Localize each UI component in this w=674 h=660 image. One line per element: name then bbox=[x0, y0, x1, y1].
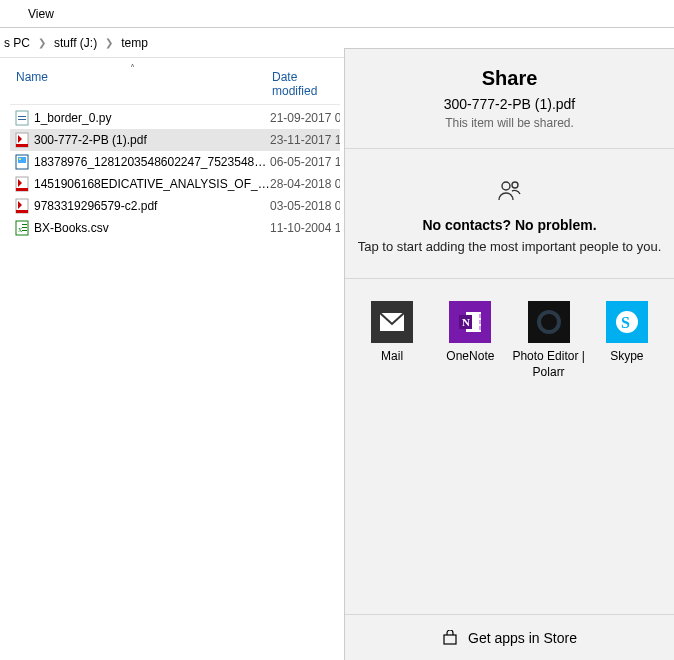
breadcrumb-item[interactable]: stuff (J:) bbox=[50, 36, 101, 50]
file-row[interactable]: 300-777-2-PB (1).pdf23-11-2017 11 bbox=[10, 129, 340, 151]
svg-rect-9 bbox=[16, 188, 28, 191]
mail-icon bbox=[371, 301, 413, 343]
share-filename: 300-777-2-PB (1).pdf bbox=[345, 96, 674, 112]
app-label: OneNote bbox=[433, 349, 507, 365]
file-row[interactable]: 1451906168EDICATIVE_ANALYSIS_OF_DIA...28… bbox=[10, 173, 340, 195]
ribbon: View bbox=[0, 0, 674, 28]
app-label: Mail bbox=[355, 349, 429, 365]
file-type-icon bbox=[14, 198, 30, 214]
svg-text:N: N bbox=[462, 316, 470, 328]
svg-rect-0 bbox=[16, 111, 28, 125]
breadcrumb-item[interactable]: temp bbox=[117, 36, 152, 50]
file-type-icon bbox=[14, 154, 30, 170]
file-name: 9783319296579-c2.pdf bbox=[34, 199, 270, 213]
file-type-icon: X bbox=[14, 220, 30, 236]
share-header: Share 300-777-2-PB (1).pdf This item wil… bbox=[345, 49, 674, 149]
chevron-right-icon: ❯ bbox=[34, 37, 50, 48]
file-date: 03-05-2018 02 bbox=[270, 199, 340, 213]
file-row[interactable]: 18378976_1281203548602247_75235487_o...0… bbox=[10, 151, 340, 173]
file-name: BX-Books.csv bbox=[34, 221, 270, 235]
file-date: 06-05-2017 11 bbox=[270, 155, 340, 169]
contacts-heading: No contacts? No problem. bbox=[355, 217, 664, 233]
share-apps: MailNOneNotePhoto Editor | PolarrSSkype bbox=[345, 279, 674, 402]
svg-rect-14 bbox=[22, 224, 27, 225]
svg-rect-29 bbox=[444, 635, 456, 644]
get-apps-link[interactable]: Get apps in Store bbox=[345, 614, 674, 660]
file-type-icon bbox=[14, 132, 30, 148]
svg-point-17 bbox=[502, 182, 510, 190]
file-list: ˄ Name Date modified 1_border_0.py21-09-… bbox=[0, 58, 340, 239]
file-type-icon bbox=[14, 110, 30, 126]
file-type-icon bbox=[14, 176, 30, 192]
file-name: 300-777-2-PB (1).pdf bbox=[34, 133, 270, 147]
people-icon bbox=[497, 179, 523, 207]
app-label: Photo Editor | Polarr bbox=[512, 349, 586, 380]
svg-rect-25 bbox=[479, 326, 481, 330]
svg-point-7 bbox=[19, 158, 21, 160]
column-header-name[interactable]: Name bbox=[10, 70, 266, 98]
share-panel: Share 300-777-2-PB (1).pdf This item wil… bbox=[344, 48, 674, 660]
svg-rect-11 bbox=[16, 210, 28, 213]
onenote-icon: N bbox=[449, 301, 491, 343]
list-header[interactable]: ˄ Name Date modified bbox=[10, 64, 340, 105]
contacts-subtext: Tap to start adding the most important p… bbox=[355, 239, 664, 254]
share-app-mail[interactable]: Mail bbox=[355, 301, 429, 380]
store-icon bbox=[442, 630, 458, 646]
file-row[interactable]: XBX-Books.csv11-10-2004 16 bbox=[10, 217, 340, 239]
file-date: 21-09-2017 02 bbox=[270, 111, 340, 125]
share-note: This item will be shared. bbox=[345, 116, 674, 130]
contacts-section[interactable]: No contacts? No problem. Tap to start ad… bbox=[345, 149, 674, 279]
skype-icon: S bbox=[606, 301, 648, 343]
file-name: 1451906168EDICATIVE_ANALYSIS_OF_DIA... bbox=[34, 177, 270, 191]
sort-indicator-icon: ˄ bbox=[130, 63, 135, 74]
file-name: 18378976_1281203548602247_75235487_o... bbox=[34, 155, 270, 169]
svg-point-26 bbox=[539, 312, 559, 332]
file-date: 23-11-2017 11 bbox=[270, 133, 340, 147]
svg-rect-1 bbox=[18, 116, 26, 117]
svg-rect-6 bbox=[18, 157, 26, 163]
svg-rect-15 bbox=[22, 227, 27, 228]
ribbon-tab-view[interactable]: View bbox=[20, 3, 62, 25]
share-app-onenote[interactable]: NOneNote bbox=[433, 301, 507, 380]
app-label: Skype bbox=[590, 349, 664, 365]
share-title: Share bbox=[345, 67, 674, 90]
chevron-right-icon: ❯ bbox=[101, 37, 117, 48]
file-row[interactable]: 1_border_0.py21-09-2017 02 bbox=[10, 107, 340, 129]
svg-point-18 bbox=[512, 182, 518, 188]
share-app-polarr[interactable]: Photo Editor | Polarr bbox=[512, 301, 586, 380]
file-row[interactable]: 9783319296579-c2.pdf03-05-2018 02 bbox=[10, 195, 340, 217]
file-date: 11-10-2004 16 bbox=[270, 221, 340, 235]
file-date: 28-04-2018 00 bbox=[270, 177, 340, 191]
file-name: 1_border_0.py bbox=[34, 111, 270, 125]
svg-rect-2 bbox=[18, 119, 26, 120]
svg-text:S: S bbox=[621, 314, 630, 331]
polarr-icon bbox=[528, 301, 570, 343]
column-header-date[interactable]: Date modified bbox=[266, 70, 340, 98]
svg-rect-4 bbox=[16, 144, 28, 147]
svg-rect-16 bbox=[22, 230, 27, 231]
breadcrumb-item[interactable]: s PC bbox=[0, 36, 34, 50]
svg-rect-24 bbox=[479, 320, 481, 324]
share-app-skype[interactable]: SSkype bbox=[590, 301, 664, 380]
svg-rect-23 bbox=[479, 314, 481, 318]
store-label: Get apps in Store bbox=[468, 630, 577, 646]
